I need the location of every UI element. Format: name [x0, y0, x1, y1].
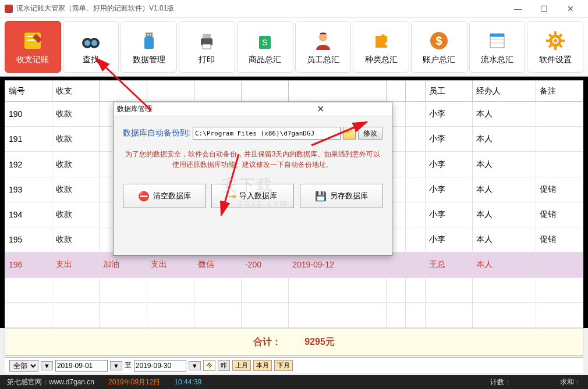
cell: [536, 152, 583, 177]
cell: 加油: [100, 252, 147, 277]
cell: 促销: [536, 177, 583, 202]
today-button[interactable]: 今: [203, 360, 215, 371]
clear-db-button[interactable]: ⛔ 清空数据库: [123, 184, 206, 208]
cell: 收款: [52, 102, 100, 127]
svg-rect-20: [490, 34, 504, 37]
column-header[interactable]: [289, 81, 387, 102]
cell: 小李: [425, 102, 472, 127]
svg-line-32: [549, 45, 551, 47]
svg-point-5: [84, 40, 90, 46]
dialog-close-button[interactable]: ✕: [253, 104, 388, 115]
total-row: 合计： 9295元: [5, 328, 583, 356]
toolbar-person-button[interactable]: 员工总汇: [295, 21, 352, 73]
total-label: 合计：: [253, 336, 281, 348]
cell: 本人: [472, 152, 536, 177]
svg-text:$: $: [436, 34, 442, 47]
saveas-db-button[interactable]: 💾 另存数据库: [300, 184, 382, 208]
toolbar-gear-button[interactable]: 软件设置: [527, 21, 583, 73]
cell: 小李: [425, 202, 472, 227]
import-db-button[interactable]: ⇥ 导入数据库: [211, 184, 294, 208]
toolbar-printer-button[interactable]: 打印: [179, 21, 235, 73]
window-title: 流水记账大管家（简单、好用的记账软件）V1.01版: [16, 3, 505, 13]
scope-down[interactable]: ▼: [41, 361, 53, 370]
cell: 王总: [425, 252, 472, 277]
printer-icon: [194, 29, 219, 52]
person-icon: [310, 29, 336, 52]
save-icon: 💾: [315, 191, 327, 202]
cell: 196: [5, 252, 52, 277]
date-from-input[interactable]: [55, 360, 108, 372]
next-month-button[interactable]: 下月: [274, 360, 293, 371]
cell: 本人: [472, 177, 536, 202]
status-time: 10:44:39: [174, 378, 201, 386]
browse-folder-button[interactable]: 📁: [343, 127, 356, 140]
svg-line-31: [559, 34, 562, 37]
cell: [406, 252, 425, 277]
dialog-titlebar: 数据库管理 ✕: [114, 102, 392, 116]
status-date: 2019年09月12日: [108, 377, 160, 387]
count-label: 计数：: [490, 377, 511, 387]
db-manage-dialog: 数据库管理 ✕ 数据库自动备份到: 📁 修改 为了您的数据安全，软件会自动备份，…: [113, 102, 392, 256]
yesterday-button[interactable]: 昨: [218, 360, 230, 371]
column-header[interactable]: [194, 81, 241, 102]
column-header[interactable]: 编号: [5, 81, 52, 102]
puzzle-icon: [369, 29, 394, 52]
last-month-button[interactable]: 上月: [232, 360, 251, 371]
cell: 小李: [425, 127, 472, 152]
this-month-button[interactable]: 本月: [253, 360, 272, 371]
column-header[interactable]: [386, 81, 405, 102]
cell: 收款: [52, 127, 100, 152]
site-label: 第七感官网：: [7, 378, 49, 386]
date-to-input[interactable]: [134, 360, 186, 372]
date-from-down[interactable]: ▼: [110, 361, 122, 370]
column-header[interactable]: [406, 81, 425, 102]
column-header[interactable]: [241, 81, 288, 102]
toolbar-dollar-button[interactable]: $账户总汇: [411, 21, 467, 73]
to-label: 至: [125, 361, 132, 370]
column-header[interactable]: 员工: [425, 81, 472, 102]
app-icon: [5, 5, 13, 13]
toolbar-sheet-button[interactable]: 流水总汇: [469, 21, 526, 73]
cell: 促销: [536, 227, 583, 252]
column-header[interactable]: [100, 81, 147, 102]
toolbar-puzzle-button[interactable]: 种类总汇: [353, 21, 409, 73]
cell: -200: [241, 252, 288, 277]
cell: [406, 152, 425, 177]
cell: 促销: [536, 202, 583, 227]
minimize-button[interactable]: —: [505, 0, 531, 17]
forbidden-icon: ⛔: [138, 191, 150, 202]
cell: 190: [5, 102, 52, 127]
cell: [536, 127, 583, 152]
toolbar-note-button[interactable]: 收支记账: [5, 21, 61, 73]
sheet-icon: [484, 29, 510, 52]
toolbar-bag-button[interactable]: S商品总汇: [237, 21, 293, 73]
warning-text: 为了您的数据安全，软件会自动备份，并且保留3天内的数据库。如果遇到意外可以使用还…: [123, 149, 382, 170]
scope-select[interactable]: 全部: [9, 360, 38, 372]
modify-button[interactable]: 修改: [358, 127, 382, 140]
svg-rect-8: [144, 37, 154, 49]
toolbar-usb-button[interactable]: 数据管理: [121, 21, 177, 73]
svg-rect-7: [146, 33, 153, 37]
column-header[interactable]: 收支: [52, 81, 100, 102]
backup-path-input[interactable]: [193, 127, 341, 140]
cell: [406, 177, 425, 202]
cell: [536, 252, 583, 277]
date-to-down[interactable]: ▼: [189, 361, 201, 370]
table-row[interactable]: 196支出加油支出微信-2002019-09-12王总本人: [5, 252, 583, 277]
toolbar-binoc-button[interactable]: 查找: [63, 21, 119, 73]
cell: 本人: [472, 252, 536, 277]
status-bar: 第七感官网：www.d7gan.cn 2019年09月12日 10:44:39 …: [0, 375, 588, 389]
column-header[interactable]: [147, 81, 194, 102]
svg-rect-12: [203, 34, 211, 38]
maximize-button[interactable]: ☐: [531, 0, 557, 17]
column-header[interactable]: 备注: [536, 81, 583, 102]
main-toolbar: 收支记账查找数据管理打印S商品总汇员工总汇种类总汇$账户总汇流水总汇软件设置: [0, 17, 588, 77]
site-url: www.d7gan.cn: [49, 378, 94, 386]
svg-rect-13: [203, 44, 211, 49]
cell: 本人: [472, 102, 536, 127]
cell: 195: [5, 227, 52, 252]
dialog-title: 数据库管理: [117, 104, 253, 114]
close-button[interactable]: ✕: [557, 0, 583, 17]
column-header[interactable]: 经办人: [472, 81, 536, 102]
svg-text:S: S: [262, 38, 267, 47]
